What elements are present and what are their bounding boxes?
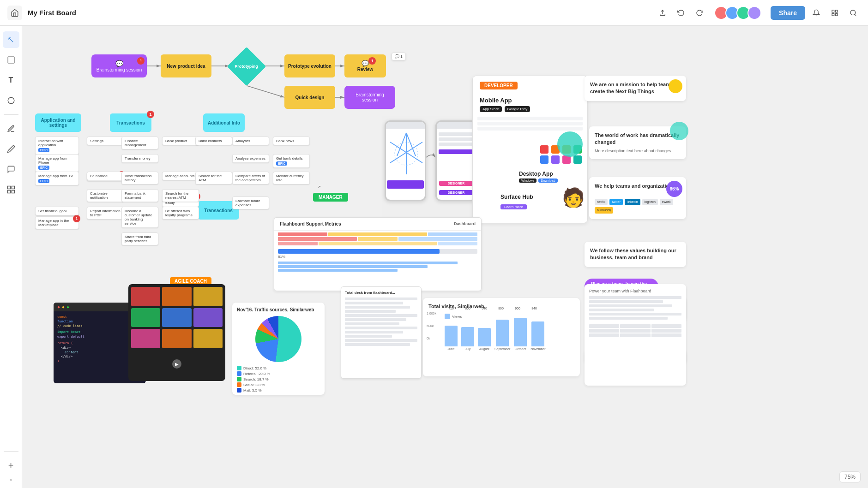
- task-report-pdf[interactable]: Report information to PDF: [87, 207, 124, 220]
- task-share-loyalty[interactable]: Be offered with loyalty programs: [162, 207, 199, 220]
- topbar-actions: Share: [655, 6, 861, 20]
- task-analytics[interactable]: Analytics: [232, 137, 269, 145]
- phone-right: DESIGNER DESIGNER: [435, 120, 477, 201]
- svg-rect-1: [835, 10, 838, 12]
- svg-rect-3: [835, 13, 838, 16]
- task-be-notified[interactable]: Be notified: [87, 172, 124, 180]
- task-analyse-expenses[interactable]: Analyse expenses: [232, 154, 269, 163]
- expand-panels[interactable]: «: [10, 477, 12, 482]
- chart-label-august: August: [479, 347, 489, 351]
- comment-tool[interactable]: [3, 161, 19, 178]
- svg-line-5: [855, 14, 856, 16]
- topbar: My First Board Share: [0, 0, 868, 26]
- select-tool[interactable]: ↖: [3, 31, 19, 48]
- task-customize[interactable]: Customize notification: [87, 189, 124, 202]
- chart-label-november: November: [530, 347, 545, 351]
- avatar-group: [714, 6, 761, 20]
- task-become-customer[interactable]: Become a customer update on banking serv…: [121, 207, 158, 228]
- svg-rect-0: [832, 10, 834, 12]
- task-monitor-currency[interactable]: Monitor currency rate: [273, 172, 310, 184]
- pencil-tool[interactable]: [3, 141, 19, 157]
- sidebar-bottom: + «: [3, 449, 19, 482]
- avatar-4: [747, 6, 761, 20]
- task-manage-app-tv[interactable]: Manage app from TV EPIC: [35, 172, 79, 185]
- notification-button[interactable]: [809, 6, 824, 20]
- cursor-indicator: ↗: [318, 185, 321, 189]
- redo-button[interactable]: [692, 6, 707, 20]
- task-bank-product[interactable]: Bank product: [162, 137, 199, 145]
- task-manage-marketplace[interactable]: Manage app in the Marketplace 1: [35, 216, 79, 229]
- component-tool[interactable]: [3, 181, 19, 198]
- quick-design-node[interactable]: Quick design: [284, 86, 335, 109]
- task-set-goal[interactable]: Set financial goal: [35, 207, 79, 215]
- new-product-node[interactable]: New product idea: [161, 54, 211, 77]
- help-teams-card: We help teams and organizations 66% netf…: [589, 177, 686, 219]
- chart-label-july: July: [465, 347, 470, 351]
- svg-line-18: [247, 86, 284, 97]
- additional-info-header: Additional Info: [203, 113, 245, 132]
- surface-hub-label: Surface Hub: [500, 194, 533, 200]
- sidebar-divider: [4, 114, 18, 115]
- shape-tool[interactable]: [3, 92, 19, 109]
- chart-label-september: September: [494, 347, 510, 351]
- designer-badge-1: DESIGNER: [439, 181, 473, 186]
- brainstorm-node-1[interactable]: 💬Brainstorming session 1: [91, 54, 147, 77]
- task-view-history[interactable]: View transaction history: [121, 172, 158, 184]
- task-manage-accounts[interactable]: Manage accounts: [162, 172, 199, 180]
- task-get-bank-details[interactable]: Get bank details EPIC: [273, 154, 310, 168]
- badge-1: 1: [137, 57, 145, 65]
- review-badge: 1: [368, 57, 376, 65]
- far-right-bottom: Power your team with Flaahboard: [585, 284, 686, 386]
- chart-legend: Views: [452, 315, 462, 319]
- phone-mockup-area: DESIGNER DESIGNER: [382, 116, 484, 217]
- desktop-app-label: Desktop App: [519, 171, 553, 177]
- search-button[interactable]: [846, 6, 861, 20]
- svg-rect-6: [8, 57, 14, 63]
- task-finance[interactable]: Finance management: [121, 137, 158, 149]
- task-interaction[interactable]: Interaction with application EPIC: [35, 137, 79, 155]
- values-card: We follow these values building our busi…: [585, 242, 686, 267]
- task-manage-phone[interactable]: Manage app from Phone EPIC: [35, 154, 79, 172]
- zoom-indicator: 75%: [839, 471, 861, 482]
- task-settings[interactable]: Settings: [87, 137, 124, 145]
- undo-button[interactable]: [674, 6, 688, 20]
- task-third-party[interactable]: Share from third party services: [121, 232, 158, 245]
- svg-rect-11: [12, 190, 14, 193]
- pen-tool[interactable]: [3, 120, 19, 137]
- review-node[interactable]: 💬 Review 1: [344, 54, 386, 77]
- svg-rect-2: [832, 13, 834, 16]
- add-frame-button[interactable]: +: [3, 457, 19, 474]
- task-transfer[interactable]: Transfer money: [121, 154, 158, 163]
- sidebar-divider-2: [4, 451, 18, 452]
- canvas-content: 💬Brainstorming session 1 New product ide…: [22, 26, 868, 488]
- phone-left: [385, 120, 426, 201]
- task-search-atm[interactable]: Search for the nearest ATM: [162, 189, 199, 202]
- developer-label: DEVELOPER: [480, 82, 518, 89]
- dashboard-title: Flaahboard Support Metrics: [280, 221, 341, 226]
- task-search-nearest[interactable]: Search for the ATM: [195, 172, 232, 184]
- prototyping-diamond[interactable]: Prototyping: [229, 49, 264, 83]
- task-bank-news[interactable]: Bank news: [273, 137, 310, 145]
- left-sidebar: ↖ T + «: [0, 26, 22, 488]
- svg-line-21: [406, 133, 416, 156]
- right-app-panel: DEVELOPER Mobile App App Store Google Pl…: [472, 76, 588, 223]
- svg-rect-10: [7, 190, 10, 193]
- task-form-bank[interactable]: Form a bank statement: [121, 189, 158, 202]
- mobile-app-label: Mobile App: [480, 97, 512, 104]
- export-button[interactable]: [655, 6, 670, 20]
- brainstorm-node-2[interactable]: Brainstorming session: [344, 86, 395, 109]
- svg-point-4: [850, 10, 856, 15]
- task-bank-contacts[interactable]: Bank contacts: [195, 137, 232, 145]
- traffic-chart: Nov'16. Traffic sources, Similarweb Dire…: [232, 303, 325, 395]
- home-button[interactable]: [7, 6, 22, 20]
- canvas[interactable]: 💬Brainstorming session 1 New product ide…: [22, 26, 868, 488]
- svg-rect-9: [12, 186, 14, 189]
- share-button[interactable]: Share: [771, 6, 805, 20]
- prototype-evolution-node[interactable]: Prototype evolution: [284, 54, 335, 77]
- section-app-settings: Application and settings: [35, 113, 81, 132]
- task-estimate-expenses[interactable]: Estimate future expenses: [232, 196, 269, 209]
- grid-button[interactable]: [827, 6, 842, 20]
- text-tool[interactable]: T: [3, 72, 19, 89]
- task-compare-offers[interactable]: Compare offers of the competitors: [232, 172, 269, 184]
- frame-tool[interactable]: [3, 52, 19, 68]
